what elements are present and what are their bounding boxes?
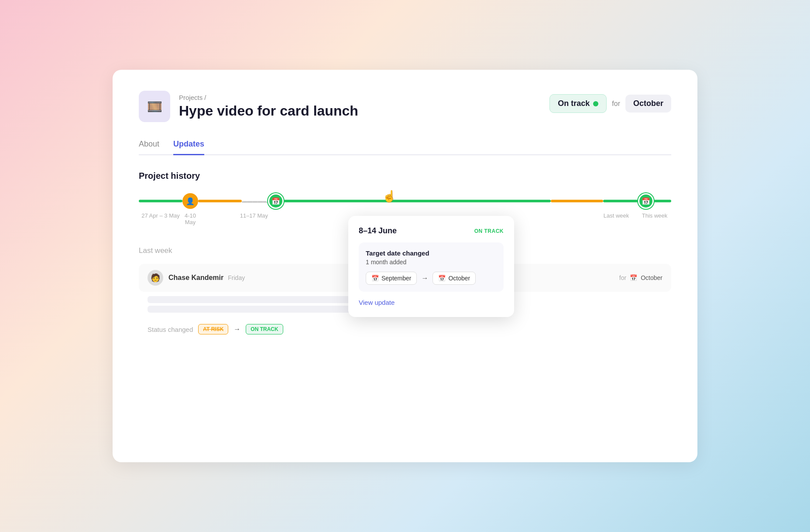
- popup-status: ON TRACK: [474, 228, 504, 234]
- popup-change-sub: 1 month added: [366, 259, 497, 266]
- update-time: Friday: [228, 274, 245, 281]
- tab-updates[interactable]: Updates: [173, 140, 204, 155]
- status-changed-row: Status changed AT RISK → ON TRACK: [139, 320, 671, 339]
- update-for: for: [619, 274, 626, 281]
- popup-date-range: 8–14 June: [359, 226, 397, 235]
- timeline-seg-6: [654, 200, 671, 202]
- project-title: Hype video for card launch: [179, 103, 358, 119]
- header: 🎞️ Projects / Hype video for card launch…: [139, 91, 671, 122]
- calendar-from-icon: 📅: [371, 275, 379, 282]
- calendar-to-icon: 📅: [438, 275, 446, 282]
- timeline-seg-3: [284, 200, 551, 202]
- update-right: for 📅 October: [619, 274, 662, 281]
- timeline-node-thisweek[interactable]: 📅: [638, 193, 654, 209]
- update-name: Chase Kandemir: [168, 274, 223, 282]
- breadcrumb: Projects /: [179, 94, 358, 101]
- popup-content: Target date changed 1 month added 📅 Sept…: [359, 242, 504, 292]
- popup-dates-row: 📅 September → 📅 October: [366, 272, 497, 285]
- label-thisweek: This week: [638, 212, 671, 219]
- timeline-seg-5: [603, 200, 638, 202]
- main-card: 🎞️ Projects / Hype video for card launch…: [113, 70, 697, 462]
- project-icon: 🎞️: [139, 91, 170, 122]
- popup-from-month: September: [381, 275, 411, 282]
- label-lastweek: Last week: [599, 212, 634, 219]
- timeline-track: 👤 📅 📅: [139, 193, 671, 209]
- person-icon: 👤: [186, 197, 195, 205]
- chip-at-risk: AT RISK: [198, 324, 228, 334]
- update-cal-icon: 📅: [630, 274, 637, 281]
- timeline: 👤 📅 📅 27 Apr – 3 May: [139, 193, 671, 225]
- tab-about[interactable]: About: [139, 140, 159, 155]
- timeline-seg-1: [139, 200, 182, 202]
- chip-on-track: ON TRACK: [246, 324, 283, 334]
- update-month: October: [641, 274, 662, 281]
- popup-header: 8–14 June ON TRACK: [359, 226, 504, 235]
- label-apr27: 27 Apr – 3 May: [139, 212, 182, 219]
- for-label: for: [612, 100, 620, 108]
- timeline-node-june[interactable]: 📅: [268, 193, 284, 209]
- history-title: Project history: [139, 171, 671, 181]
- label-may4: 4-10 May: [182, 212, 198, 225]
- header-right: On track for October: [549, 94, 671, 113]
- header-text: Projects / Hype video for card launch: [179, 94, 358, 119]
- label-may11: 11–17 May: [198, 212, 268, 219]
- timeline-seg-dotted: [242, 201, 268, 203]
- popup-change-title: Target date changed: [366, 249, 497, 257]
- month-badge: October: [625, 95, 671, 113]
- calendar-icon-2: 📅: [642, 197, 650, 205]
- view-update-link[interactable]: View update: [359, 299, 395, 306]
- timeline-popup: ☝️ 8–14 June ON TRACK Target date change…: [348, 216, 514, 317]
- timeline-node-may4[interactable]: 👤: [182, 193, 198, 209]
- status-dot: [593, 101, 598, 106]
- calendar-icon: 📅: [271, 197, 280, 205]
- arrow-icon: →: [421, 274, 428, 282]
- popup-to-date: 📅 October: [432, 272, 476, 285]
- timeline-seg-4: [551, 200, 603, 202]
- status-arrow: →: [233, 325, 240, 333]
- popup-from-date: 📅 September: [366, 272, 417, 285]
- status-badge: On track: [549, 94, 607, 113]
- status-label: On track: [558, 99, 590, 108]
- header-left: 🎞️ Projects / Hype video for card launch: [139, 91, 358, 122]
- avatar-chase: 🧑: [148, 270, 163, 286]
- status-changed-label: Status changed: [148, 326, 193, 333]
- tabs: About Updates: [139, 140, 671, 155]
- timeline-seg-2: [198, 200, 242, 202]
- popup-to-month: October: [448, 275, 470, 282]
- ghost-line-2: [148, 306, 360, 313]
